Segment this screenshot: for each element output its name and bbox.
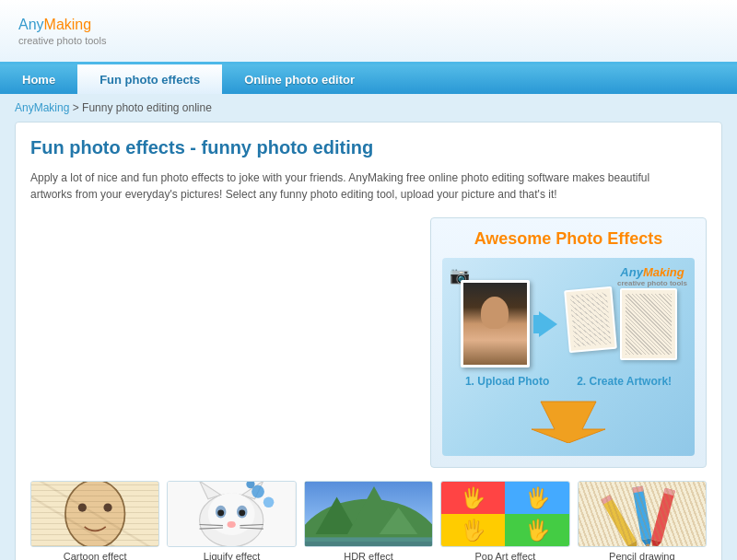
header: AnyMaking creative photo tools <box>0 0 737 64</box>
svg-rect-31 <box>579 482 706 546</box>
logo-subtitle: creative photo tools <box>18 35 106 46</box>
nav-fun-photo-effects[interactable]: Fun photo effects <box>77 64 222 94</box>
artwork-frame-small <box>564 286 617 352</box>
main-body: Awesome Photo Effects 📷 AnyMaking creati… <box>30 217 707 468</box>
step2-label: 2. Create Artwork! <box>577 375 672 388</box>
popart-hand-blue: 🖐 <box>505 482 568 514</box>
nav-home[interactable]: Home <box>0 64 77 94</box>
svg-point-9 <box>208 493 255 535</box>
breadcrumb-current: Funny photo editing online <box>82 101 212 114</box>
svg-rect-1 <box>31 482 158 546</box>
thumb-hdr-effect[interactable]: HDR effect <box>304 481 433 560</box>
svg-marker-37 <box>641 538 653 546</box>
artwork-frames <box>567 288 677 360</box>
thumb-pencil-label: Pencil drawing <box>578 551 707 560</box>
svg-marker-43 <box>651 545 657 546</box>
thumb-liquify-label: Liquify effect <box>167 551 296 560</box>
svg-marker-0 <box>532 402 605 443</box>
step1-label: 1. Upload Photo <box>465 375 549 388</box>
svg-rect-38 <box>632 485 643 493</box>
nav-online-photo-editor[interactable]: Online photo editor <box>222 64 377 94</box>
svg-rect-32 <box>601 495 637 546</box>
promo-image-area: 📷 AnyMaking creative photo tools <box>442 258 695 456</box>
thumb-popart-label: Pop Art effect <box>440 551 569 560</box>
thumb-hdr-label: HDR effect <box>304 551 433 560</box>
popart-hand-yellow: 🖐 <box>441 514 505 546</box>
promo-steps <box>451 280 685 368</box>
svg-point-3 <box>78 503 87 511</box>
svg-point-2 <box>65 482 125 546</box>
promo-down-arrow <box>532 397 605 447</box>
thumb-popart-img: 🖐 🖐 🖐 🖐 <box>440 481 569 547</box>
svg-point-16 <box>228 521 236 528</box>
svg-marker-41 <box>649 539 661 546</box>
thumb-liquify-img <box>167 481 296 547</box>
thumb-pencil-drawing[interactable]: Pencil drawing <box>578 481 707 560</box>
svg-point-15 <box>240 509 246 516</box>
popart-hand-red: 🖐 <box>441 482 505 514</box>
artwork-frame-large <box>620 288 677 360</box>
svg-rect-42 <box>663 488 675 496</box>
breadcrumb-home-link[interactable]: AnyMaking <box>15 101 69 114</box>
promo-title: Awesome Photo Effects <box>442 229 695 249</box>
svg-rect-34 <box>601 495 613 505</box>
description-text: Apply a lot of nice and fun photo effect… <box>30 169 657 203</box>
page-title: Fun photo effects - funny photo editing <box>30 137 707 158</box>
left-col <box>30 217 412 468</box>
thumb-hdr-img <box>304 481 433 547</box>
svg-rect-36 <box>632 485 651 540</box>
svg-rect-30 <box>305 537 432 546</box>
content-wrapper: AnyMaking > Funny photo editing online F… <box>0 94 737 560</box>
logo-area: AnyMaking creative photo tools <box>18 17 106 46</box>
thumbnails-row: Cartoon effect <box>30 481 707 560</box>
popart-hand-green: 🖐 <box>505 514 568 546</box>
arrow-right-icon <box>539 311 557 337</box>
step-labels: 1. Upload Photo 2. Create Artwork! <box>451 375 685 388</box>
upload-photo-frame <box>461 280 530 368</box>
thumb-cartoon-effect[interactable]: Cartoon effect <box>30 481 159 560</box>
promo-box: Awesome Photo Effects 📷 AnyMaking creati… <box>430 217 707 468</box>
promo-logo: AnyMaking creative photo tools <box>617 265 687 287</box>
svg-rect-40 <box>651 488 675 542</box>
breadcrumb: AnyMaking > Funny photo editing online <box>15 101 722 114</box>
promo-logo-making: Making <box>643 265 684 279</box>
main-card: Fun photo effects - funny photo editing … <box>15 122 722 560</box>
promo-logo-subtitle: creative photo tools <box>617 279 687 287</box>
thumb-cartoon-img <box>30 481 159 547</box>
logo-any: Any <box>18 17 44 32</box>
nav: Home Fun photo effects Online photo edit… <box>0 64 737 94</box>
thumb-liquify-effect[interactable]: Liquify effect <box>167 481 296 560</box>
logo-making: Making <box>44 17 92 32</box>
svg-line-6 <box>31 497 158 546</box>
promo-logo-any: Any <box>620 265 643 279</box>
right-col: Awesome Photo Effects 📷 AnyMaking creati… <box>430 217 707 468</box>
thumb-popart-effect[interactable]: 🖐 🖐 🖐 🖐 Pop Art effect <box>440 481 569 560</box>
thumb-pencil-img <box>578 481 707 547</box>
svg-point-22 <box>263 497 275 508</box>
svg-point-4 <box>103 503 111 511</box>
thumb-cartoon-label: Cartoon effect <box>30 551 159 560</box>
logo-text: AnyMaking <box>18 17 106 33</box>
breadcrumb-separator: > <box>73 101 82 114</box>
svg-marker-33 <box>626 541 641 546</box>
svg-marker-39 <box>645 544 650 546</box>
svg-point-14 <box>218 509 225 516</box>
svg-line-5 <box>31 482 158 546</box>
